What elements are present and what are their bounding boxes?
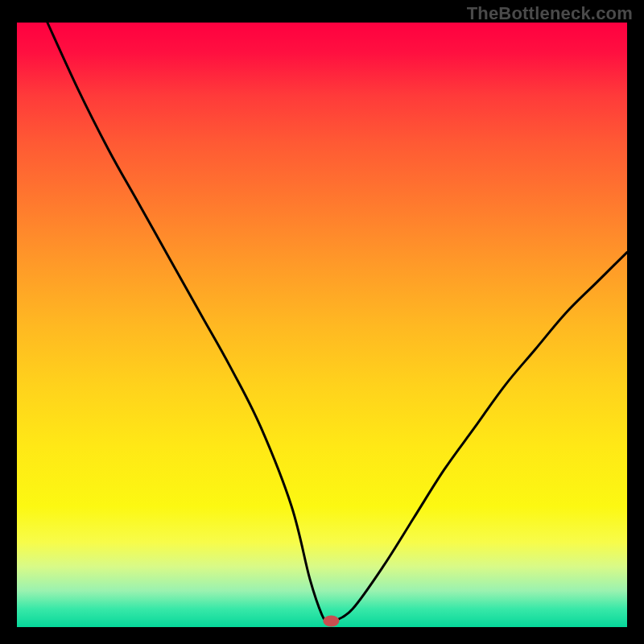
minimum-marker — [323, 616, 339, 627]
watermark-text: TheBottleneck.com — [467, 3, 633, 24]
plot-area — [17, 23, 627, 627]
chart-frame: TheBottleneck.com — [0, 0, 644, 644]
bottleneck-curve — [47, 23, 627, 622]
chart-svg — [17, 23, 627, 627]
